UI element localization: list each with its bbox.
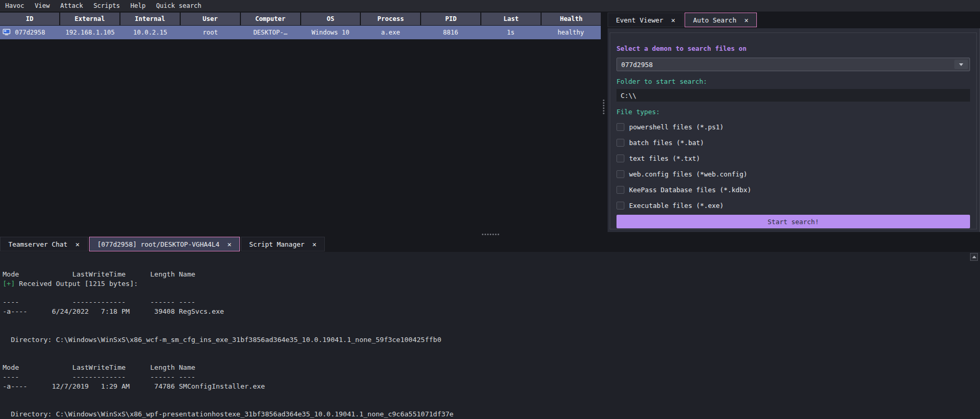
session-row[interactable]: 077d2958 192.168.1.105 10.0.2.15 root DE… [0, 26, 601, 39]
bottom-tab-bar: Teamserver Chat ✕ [077d2958] root/DESKTO… [0, 237, 980, 252]
menu-view[interactable]: View [29, 0, 55, 12]
auto-search-panel: Select a demon to search files on 077d29… [608, 28, 980, 232]
checkbox-unchecked[interactable] [616, 139, 624, 147]
success-prefix: [+] [3, 280, 15, 288]
tab-event-viewer[interactable]: Event Viewer ✕ [608, 13, 684, 27]
checkbox-label: text files (*.txt) [629, 155, 700, 162]
splitter-grip-icon [603, 100, 604, 114]
session-cell-pid: 8816 [421, 26, 481, 39]
session-cell-id: 077d2958 [0, 26, 60, 39]
close-icon[interactable]: ✕ [312, 240, 316, 248]
session-table-header: ID External Internal User Computer OS Pr… [0, 13, 601, 25]
demon-select-value: 077d2958 [621, 61, 653, 69]
monitor-icon [3, 29, 10, 37]
checkbox-unchecked[interactable] [616, 170, 624, 178]
close-icon[interactable]: ✕ [75, 240, 80, 248]
console-line: ---- ------------- ------ ---- [3, 297, 970, 307]
console-line [3, 354, 970, 363]
tab-teamserver-chat[interactable]: Teamserver Chat ✕ [0, 237, 88, 251]
filetype-batch[interactable]: batch files (*.bat) [616, 135, 970, 150]
tab-label: Teamserver Chat [8, 240, 68, 248]
column-header-user[interactable]: User [181, 13, 241, 25]
column-header-pid[interactable]: PID [421, 13, 481, 25]
combo-arrow-button[interactable] [954, 60, 968, 69]
filetype-executable[interactable]: Executable files (*.exe) [616, 197, 970, 213]
session-cell-health: healthy [541, 26, 601, 39]
tab-label: Event Viewer [616, 16, 663, 24]
column-header-os[interactable]: OS [301, 13, 361, 25]
console-line: ---- ------------- ------ ---- [3, 372, 970, 382]
console-line [3, 326, 970, 335]
session-cell-last: 1s [481, 26, 541, 39]
checkbox-unchecked[interactable] [616, 202, 624, 210]
demon-console-output[interactable]: Mode LastWriteTime Length Name [+] Recei… [0, 252, 980, 419]
scroll-up-button[interactable] [970, 253, 978, 261]
column-header-computer[interactable]: Computer [241, 13, 301, 25]
console-line: Directory: C:\Windows\WinSxS\x86_wpf-pre… [3, 410, 970, 419]
folder-label: Folder to start search: [616, 78, 970, 85]
session-cell-internal: 10.0.2.15 [120, 26, 180, 39]
menu-havoc[interactable]: Havoc [0, 0, 29, 12]
file-type-list: powershell files (*.ps1) batch files (*.… [616, 119, 970, 213]
checkbox-unchecked[interactable] [616, 155, 624, 162]
console-line [3, 400, 970, 410]
session-cell-computer: DESKTOP-… [240, 26, 301, 39]
session-id: 077d2958 [15, 29, 45, 36]
tab-demon-interact[interactable]: [077d2958] root/DESKTOP-VGHA4L4 ✕ [89, 237, 240, 251]
folder-input[interactable]: C:\\ [616, 89, 970, 102]
close-icon[interactable]: ✕ [671, 16, 675, 24]
right-panel: Event Viewer ✕ Auto Search ✕ Select a de… [608, 12, 980, 232]
console-line: Mode LastWriteTime Length Name [3, 270, 970, 279]
console-line [3, 316, 970, 326]
console-line [3, 344, 970, 354]
filetype-powershell[interactable]: powershell files (*.ps1) [616, 119, 970, 135]
splitter-grip-icon [482, 234, 499, 235]
session-cell-external: 192.168.1.105 [60, 26, 120, 39]
right-tab-bar: Event Viewer ✕ Auto Search ✕ [608, 13, 757, 28]
checkbox-label: web.config files (*web.config) [629, 170, 747, 178]
filetype-webconfig[interactable]: web.config files (*web.config) [616, 166, 970, 182]
column-header-id[interactable]: ID [0, 13, 60, 25]
checkbox-unchecked[interactable] [616, 186, 624, 194]
console-line-received: [+] Received Output [1215 bytes]: [3, 279, 970, 289]
close-icon[interactable]: ✕ [744, 16, 748, 24]
session-cell-user: root [180, 26, 240, 39]
filetype-text[interactable]: text files (*.txt) [616, 150, 970, 166]
chevron-down-icon [959, 63, 963, 66]
column-header-external[interactable]: External [60, 13, 120, 25]
close-icon[interactable]: ✕ [227, 240, 232, 248]
vertical-splitter[interactable] [601, 12, 608, 232]
received-text: Received Output [1215 bytes]: [15, 280, 138, 288]
console-line [3, 289, 970, 298]
auto-search-heading: Select a demon to search files on [616, 45, 970, 52]
auto-search-groupbox: Select a demon to search files on 077d29… [610, 32, 977, 229]
tab-script-manager[interactable]: Script Manager ✕ [241, 237, 325, 251]
console-line: Directory: C:\Windows\WinSxS\x86_wcf-m_s… [3, 335, 970, 345]
column-header-last[interactable]: Last [481, 13, 542, 25]
demon-select[interactable]: 077d2958 [616, 58, 970, 71]
tab-label: [077d2958] root/DESKTOP-VGHA4L4 [97, 240, 219, 248]
menu-scripts[interactable]: Scripts [88, 0, 125, 12]
horizontal-splitter[interactable] [0, 232, 980, 237]
scroll-up-icon [972, 256, 976, 258]
checkbox-unchecked[interactable] [616, 123, 624, 131]
column-header-process[interactable]: Process [361, 13, 421, 25]
column-header-health[interactable]: Health [542, 13, 601, 25]
tab-label: Auto Search [693, 16, 736, 24]
menu-help[interactable]: Help [125, 0, 151, 12]
checkbox-label: powershell files (*.ps1) [629, 123, 724, 131]
session-cell-os: Windows 10 [301, 26, 361, 39]
start-search-button[interactable]: Start search! [616, 215, 970, 228]
column-header-internal[interactable]: Internal [120, 13, 181, 25]
menu-quick-search[interactable]: Quick search [151, 0, 207, 12]
session-cell-process: a.exe [360, 26, 421, 39]
filetype-keepass[interactable]: KeePass Database files (*.kdbx) [616, 182, 970, 197]
checkbox-label: KeePass Database files (*.kdbx) [629, 186, 751, 194]
console-line: -a---- 6/24/2022 7:18 PM 39408 RegSvcs.e… [3, 307, 970, 316]
menu-attack[interactable]: Attack [55, 0, 88, 12]
tab-label: Script Manager [249, 240, 304, 248]
tab-auto-search[interactable]: Auto Search ✕ [685, 13, 757, 27]
file-types-label: File types: [616, 108, 970, 116]
console-line [3, 391, 970, 400]
console-line: -a---- 12/7/2019 1:29 AM 74786 SMConfigI… [3, 382, 970, 391]
